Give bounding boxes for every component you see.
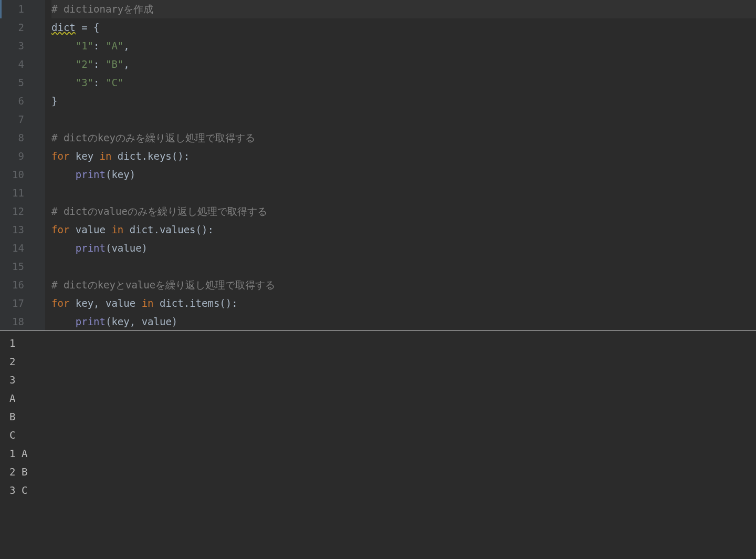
line-number[interactable]: 17 <box>0 294 24 313</box>
code-line[interactable] <box>51 257 756 276</box>
code-line[interactable]: "1": "A", <box>51 37 756 55</box>
code-line[interactable] <box>51 184 756 202</box>
code-token: dict <box>51 22 76 33</box>
output-line: B <box>9 408 756 426</box>
output-line: 2 B <box>9 463 756 481</box>
code-token: "3" <box>76 77 93 88</box>
code-token: for <box>51 297 76 309</box>
code-token: # dictionaryを作成 <box>51 3 153 15</box>
editor-pane[interactable]: 123456789101112131415161718 # dictionary… <box>0 0 756 331</box>
code-token: print <box>76 242 106 254</box>
code-token: : <box>93 58 106 70</box>
line-number[interactable]: 3 <box>0 37 24 55</box>
code-token: (key <box>106 316 130 327</box>
code-line[interactable]: # dictのvalueのみを繰り返し処理で取得する <box>51 202 756 221</box>
output-line: 2 <box>9 353 756 371</box>
code-token: key <box>76 150 100 162</box>
code-line[interactable]: print(key, value) <box>51 313 756 331</box>
line-number[interactable]: 9 <box>0 147 24 165</box>
code-token: # dictのkeyのみを繰り返し処理で取得する <box>51 132 255 143</box>
line-number[interactable]: 14 <box>0 239 24 257</box>
line-number[interactable]: 11 <box>0 184 24 202</box>
code-token: dict.keys(): <box>118 150 190 162</box>
code-token: : <box>93 77 106 88</box>
code-token: value) <box>135 316 177 327</box>
line-number[interactable]: 12 <box>0 202 24 221</box>
line-number[interactable]: 16 <box>0 276 24 294</box>
code-token: , <box>93 297 99 309</box>
line-number[interactable]: 15 <box>0 257 24 276</box>
code-token: in <box>100 150 118 162</box>
code-line[interactable]: dict = { <box>51 18 756 37</box>
code-token: # dictのvalueのみを繰り返し処理で取得する <box>51 205 267 217</box>
output-pane[interactable]: 123ABC1 A2 B3 C <box>0 331 756 559</box>
code-token: for <box>51 224 76 235</box>
code-line[interactable]: "3": "C" <box>51 74 756 92</box>
code-line[interactable]: for value in dict.values(): <box>51 221 756 239</box>
line-number[interactable]: 13 <box>0 221 24 239</box>
code-token: # dictのkeyとvalueを繰り返し処理で取得する <box>51 279 275 291</box>
output-line: 1 A <box>9 444 756 463</box>
line-number[interactable]: 18 <box>0 313 24 331</box>
code-line[interactable]: # dictのkeyとvalueを繰り返し処理で取得する <box>51 276 756 294</box>
line-number-gutter[interactable]: 123456789101112131415161718 <box>0 0 30 330</box>
code-token: : <box>93 40 106 51</box>
selection-edge <box>0 0 2 18</box>
code-token <box>51 58 76 70</box>
code-token: dict.items(): <box>160 297 238 309</box>
code-token: in <box>111 224 129 235</box>
output-line: 3 <box>9 371 756 389</box>
code-token <box>51 242 76 254</box>
line-number[interactable]: 10 <box>0 165 24 184</box>
line-number[interactable]: 7 <box>0 110 24 129</box>
code-line[interactable]: # dictのkeyのみを繰り返し処理で取得する <box>51 129 756 147</box>
code-token: value <box>100 297 142 309</box>
line-number[interactable]: 4 <box>0 55 24 74</box>
line-number[interactable]: 6 <box>0 92 24 110</box>
line-number[interactable]: 8 <box>0 129 24 147</box>
code-token: for <box>51 150 76 162</box>
output-line: C <box>9 426 756 444</box>
code-line[interactable]: } <box>51 92 756 110</box>
code-area[interactable]: # dictionaryを作成dict = { "1": "A", "2": "… <box>45 0 756 330</box>
code-line[interactable]: print(value) <box>51 239 756 257</box>
code-token: = { <box>76 22 100 33</box>
output-line: 1 <box>9 334 756 353</box>
code-token <box>51 77 76 88</box>
code-token: } <box>51 95 57 107</box>
code-token <box>51 40 76 51</box>
code-line[interactable] <box>51 110 756 129</box>
code-token: (key) <box>106 169 135 180</box>
code-token: print <box>76 316 106 327</box>
code-token: "A" <box>106 40 123 51</box>
code-token: (value) <box>106 242 148 254</box>
code-token: , <box>123 58 129 70</box>
code-token: dict.values(): <box>130 224 214 235</box>
code-token: key <box>76 297 93 309</box>
code-line[interactable]: for key, value in dict.items(): <box>51 294 756 313</box>
line-number[interactable]: 1 <box>0 0 24 18</box>
code-token: "1" <box>76 40 93 51</box>
code-line[interactable]: print(key) <box>51 165 756 184</box>
code-token: , <box>130 316 135 327</box>
code-token: in <box>142 297 160 309</box>
fold-column[interactable] <box>30 0 45 330</box>
output-line: A <box>9 389 756 408</box>
code-token: "B" <box>106 58 123 70</box>
code-token: , <box>123 40 129 51</box>
code-token <box>51 316 76 327</box>
code-token: value <box>76 224 112 235</box>
code-line[interactable]: "2": "B", <box>51 55 756 74</box>
code-line[interactable]: # dictionaryを作成 <box>51 0 756 18</box>
output-line: 3 C <box>9 481 756 500</box>
line-number[interactable]: 5 <box>0 74 24 92</box>
line-number[interactable]: 2 <box>0 18 24 37</box>
code-line[interactable]: for key in dict.keys(): <box>51 147 756 165</box>
code-token: print <box>76 169 106 180</box>
code-token: "C" <box>106 77 123 88</box>
code-token <box>51 169 76 180</box>
code-token: "2" <box>76 58 93 70</box>
